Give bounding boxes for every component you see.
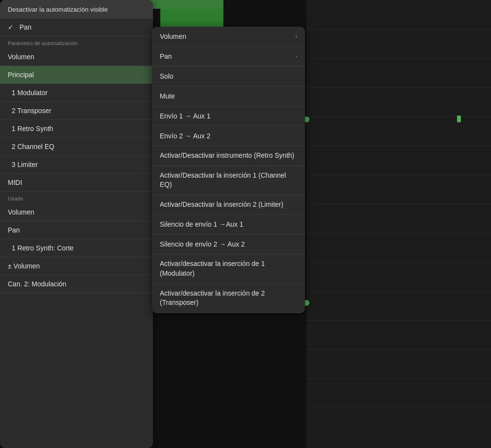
menu-item-transposer[interactable]: 2 Transposer <box>0 102 153 120</box>
right-activar-transposer-label: Activar/desactivar la inserción de 2 (Tr… <box>160 289 297 308</box>
section-header-automation: Parámetro de automatización <box>0 36 153 48</box>
chevron-right-icon-pan: › <box>295 53 297 60</box>
right-activar-channel-eq-label: Activar/Desactivar la inserción 1 (Chann… <box>160 171 297 190</box>
right-activar-modulator-label: Activar/desactivar la inserción de 1 (Mo… <box>160 259 297 278</box>
menu-item-retro-synth[interactable]: 1 Retro Synth <box>0 120 153 138</box>
can2-modulacion-label: Can. 2: Modulación <box>8 280 67 288</box>
retro-synth-label: 1 Retro Synth <box>12 125 53 133</box>
right-menu-item-activar-retro-synth[interactable]: Activar/Desactivar instrumento (Retro Sy… <box>152 146 305 166</box>
right-volumen-label: Volumen <box>160 33 186 40</box>
chevron-right-icon-volumen: › <box>295 33 297 40</box>
right-solo-label: Solo <box>160 72 173 80</box>
menu-item-volumen-pm[interactable]: ± Volumen <box>0 257 153 275</box>
right-activar-limiter-label: Activar/Desactivar la inserción 2 (Limit… <box>160 200 283 210</box>
right-menu-item-silencio-envio2[interactable]: Silencio de envío 2 → Aux 2 <box>152 234 305 254</box>
daw-line-2 <box>306 58 491 59</box>
right-menu-item-volumen[interactable]: Volumen › <box>152 27 305 47</box>
right-menu-item-activar-modulator[interactable]: Activar/desactivar la inserción de 1 (Mo… <box>152 254 305 283</box>
right-menu-item-solo[interactable]: Solo <box>152 66 305 86</box>
daw-line-10 <box>306 291 491 292</box>
modulator-label: 1 Modulator <box>12 89 48 97</box>
right-activar-retro-synth-label: Activar/Desactivar instrumento (Retro Sy… <box>160 151 294 161</box>
daw-line-14 <box>306 408 491 408</box>
menu-item-pan-used[interactable]: Pan <box>0 221 153 239</box>
transposer-label: 2 Transposer <box>12 107 51 115</box>
pan-checked-label: Pan <box>19 23 32 31</box>
menu-item-can2-modulacion[interactable]: Can. 2: Modulación <box>0 275 153 293</box>
right-menu-item-silencio-envio1[interactable]: Silencio de envío 1 →Aux 1 <box>152 215 305 234</box>
menu-item-modulator[interactable]: 1 Modulator <box>0 84 153 102</box>
limiter-label: 3 Limiter <box>12 161 38 168</box>
daw-line-13 <box>306 379 491 379</box>
daw-line-12 <box>306 349 491 350</box>
top-bar-label: Desactivar la automatización visible <box>8 6 108 13</box>
right-menu-item-activar-channel-eq[interactable]: Activar/Desactivar la inserción 1 (Chann… <box>152 166 305 195</box>
right-silencio-envio2-label: Silencio de envío 2 → Aux 2 <box>160 240 245 248</box>
volumen-pm-label: ± Volumen <box>8 262 40 270</box>
daw-line-1 <box>306 29 491 30</box>
daw-line-11 <box>306 320 491 321</box>
right-menu-item-activar-transposer[interactable]: Activar/desactivar la inserción de 2 (Tr… <box>152 284 305 313</box>
daw-lines <box>306 0 491 448</box>
daw-line-6 <box>306 175 491 175</box>
volumen-used-label: Volumen <box>8 208 34 216</box>
menu-item-principal[interactable]: Principal <box>0 66 153 84</box>
menu-item-midi[interactable]: MIDI <box>0 174 153 192</box>
right-panel: Volumen › Pan › Solo Mute Envío 1 → Aux … <box>152 27 305 313</box>
channel-eq-label: 2 Channel EQ <box>12 143 54 150</box>
daw-line-3 <box>306 87 491 88</box>
menu-item-volumen-used[interactable]: Volumen <box>0 203 153 221</box>
section-header-used: Usado <box>0 192 153 203</box>
right-menu-item-pan[interactable]: Pan › <box>152 47 305 66</box>
right-mute-label: Mute <box>160 92 175 100</box>
midi-label: MIDI <box>8 179 22 186</box>
right-pan-label: Pan <box>160 52 172 60</box>
menu-item-volumen-main[interactable]: Volumen <box>0 48 153 66</box>
daw-line-9 <box>306 262 491 263</box>
pan-used-label: Pan <box>8 226 20 234</box>
retro-synth-corte-label: 1 Retro Synth: Corte <box>12 244 74 252</box>
daw-line-4 <box>306 116 491 117</box>
green-block <box>160 9 223 28</box>
right-envio2-label: Envío 2 → Aux 2 <box>160 132 210 140</box>
menu-item-limiter[interactable]: 3 Limiter <box>0 156 153 174</box>
green-bar-1 <box>457 116 461 122</box>
right-silencio-envio1-label: Silencio de envío 1 →Aux 1 <box>160 220 243 228</box>
volumen-main-label: Volumen <box>8 53 34 61</box>
right-menu-item-mute[interactable]: Mute <box>152 86 305 106</box>
right-envio1-label: Envío 1 → Aux 1 <box>160 112 210 120</box>
daw-line-7 <box>306 204 491 204</box>
daw-line-8 <box>306 233 491 233</box>
menu-item-channel-eq[interactable]: 2 Channel EQ <box>0 138 153 156</box>
daw-line-5 <box>306 146 491 146</box>
top-bar[interactable]: Desactivar la automatización visible <box>0 0 153 18</box>
menu-item-pan-checked[interactable]: Pan <box>0 18 153 36</box>
left-panel: Desactivar la automatización visible Pan… <box>0 0 153 448</box>
menu-item-retro-synth-corte[interactable]: 1 Retro Synth: Corte <box>0 239 153 257</box>
right-menu-item-envio2[interactable]: Envío 2 → Aux 2 <box>152 126 305 146</box>
right-menu-item-envio1[interactable]: Envío 1 → Aux 1 <box>152 106 305 126</box>
right-menu-item-activar-limiter[interactable]: Activar/Desactivar la inserción 2 (Limit… <box>152 195 305 215</box>
principal-label: Principal <box>8 71 34 79</box>
